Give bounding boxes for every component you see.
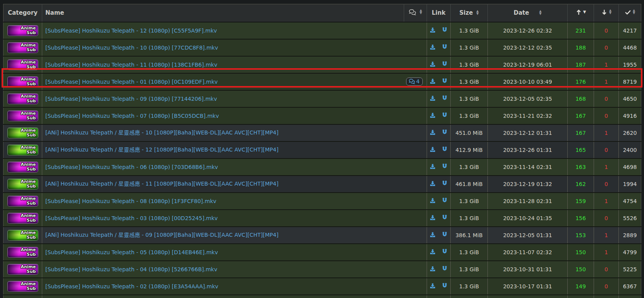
magnet-icon[interactable] xyxy=(441,231,448,238)
download-icon[interactable] xyxy=(429,78,436,84)
torrent-name-link[interactable]: [SubsPlease] Hoshikuzu Telepath - 09 (10… xyxy=(45,96,217,102)
date-cell: 2023-12-05 01:31 xyxy=(488,227,568,244)
header-comments[interactable]: ▲▼ xyxy=(404,4,427,22)
name-cell xyxy=(42,295,427,298)
link-cell xyxy=(427,193,451,210)
sort-both-icon: ▲▼ xyxy=(609,9,611,15)
category-badge[interactable]: AnimeSub xyxy=(7,110,38,121)
date-cell: 2023-11-28 02:31 xyxy=(488,193,568,210)
magnet-icon[interactable] xyxy=(441,27,448,33)
magnet-icon[interactable] xyxy=(441,146,448,153)
leechers-cell: 1 xyxy=(594,124,619,141)
category-cell: AnimeSub xyxy=(3,107,42,124)
category-badge[interactable]: AnimeSub xyxy=(7,42,38,53)
link-cell xyxy=(427,244,451,261)
category-badge[interactable]: AnimeSub xyxy=(7,25,38,36)
header-seeders[interactable]: ▼ xyxy=(568,4,594,22)
download-icon[interactable] xyxy=(429,146,436,153)
link-cell xyxy=(427,278,451,295)
download-icon[interactable] xyxy=(429,112,436,119)
category-badge-label: AnimeSub xyxy=(21,145,36,155)
torrent-name-link[interactable]: [SubsPlease] Hoshikuzu Telepath - 05 (10… xyxy=(45,249,218,255)
comments-badge[interactable]: 4 xyxy=(406,78,423,86)
torrent-name-link[interactable]: [ANi] Hoshikuzu Telepath / 星靈感應 - 11 [10… xyxy=(45,181,279,188)
download-icon[interactable] xyxy=(429,214,436,221)
torrent-name-link[interactable]: [ANi] Hoshikuzu Telepath / 星靈感應 - 09 [10… xyxy=(45,232,279,239)
download-icon[interactable] xyxy=(429,129,436,136)
category-badge[interactable]: AnimeSub xyxy=(7,230,38,241)
download-icon[interactable] xyxy=(429,163,436,170)
category-cell: AnimeSub xyxy=(3,278,42,295)
magnet-icon[interactable] xyxy=(441,95,448,102)
category-badge[interactable]: AnimeSub xyxy=(7,145,38,155)
torrent-name-link[interactable]: [SubsPlease] Hoshikuzu Telepath - 02 (10… xyxy=(45,283,218,289)
table-header: Category Name ▲▼ xyxy=(3,4,641,22)
category-badge-label: AnimeSub xyxy=(21,214,36,223)
magnet-icon[interactable] xyxy=(441,44,448,50)
magnet-icon[interactable] xyxy=(441,180,448,187)
category-badge[interactable]: AnimeSub xyxy=(7,93,38,104)
category-badge[interactable]: AnimeSub xyxy=(7,127,38,138)
category-badge[interactable]: AnimeSub xyxy=(7,213,38,224)
magnet-icon[interactable] xyxy=(441,78,448,84)
magnet-icon[interactable] xyxy=(441,197,448,204)
magnet-icon[interactable] xyxy=(441,265,448,272)
category-badge[interactable]: AnimeSub xyxy=(7,179,38,189)
header-date[interactable]: Date ▲▼ xyxy=(488,4,568,22)
download-icon[interactable] xyxy=(429,265,436,272)
magnet-icon[interactable] xyxy=(441,163,448,170)
torrent-name-link[interactable]: [SubsPlease] Hoshikuzu Telepath - 07 (10… xyxy=(45,113,219,119)
torrent-name-link[interactable]: [SubsPlease] Hoshikuzu Telepath - 03 (10… xyxy=(45,215,218,221)
category-badge[interactable]: AnimeSub xyxy=(7,196,38,207)
header-leechers[interactable]: ▲▼ xyxy=(594,4,619,22)
download-icon[interactable] xyxy=(429,61,436,67)
table-row: AnimeSub [SubsPlease] Hoshikuzu Telepath… xyxy=(3,210,641,227)
category-badge[interactable]: AnimeSub xyxy=(7,247,38,258)
date-cell: 2023-12-12 01:31 xyxy=(488,124,568,141)
header-size[interactable]: Size ▲▼ xyxy=(451,4,488,22)
torrent-name-link[interactable]: [SubsPlease] Hoshikuzu Telepath - 01 (10… xyxy=(45,79,218,85)
download-icon[interactable] xyxy=(429,282,436,289)
torrent-name-link[interactable]: [SubsPlease] Hoshikuzu Telepath - 04 (10… xyxy=(45,266,217,272)
torrent-name-link[interactable]: [SubsPlease] Hoshikuzu Telepath - 12 (10… xyxy=(45,28,217,34)
name-cell: [SubsPlease] Hoshikuzu Telepath - 04 (10… xyxy=(42,261,427,278)
download-icon[interactable] xyxy=(429,197,436,204)
torrent-name-link[interactable]: [SubsPlease] Hoshikuzu Telepath - 10 (10… xyxy=(45,45,218,51)
sort-both-icon: ▲▼ xyxy=(420,9,422,15)
category-badge[interactable]: AnimeSub xyxy=(7,162,38,172)
category-badge[interactable]: AnimeSub xyxy=(7,76,38,87)
category-badge[interactable]: AnimeSub xyxy=(7,281,38,292)
download-icon[interactable] xyxy=(429,180,436,187)
download-icon[interactable] xyxy=(429,95,436,102)
torrent-name-link[interactable]: [SubsPlease] Hoshikuzu Telepath - 06 (10… xyxy=(45,164,218,170)
leechers-cell: 0 xyxy=(594,278,619,295)
date-cell: 2023-10-10 03:49 xyxy=(488,73,568,90)
download-icon[interactable] xyxy=(429,231,436,238)
magnet-icon[interactable] xyxy=(441,248,448,255)
torrent-name-link[interactable]: [ANi] Hoshikuzu Telepath / 星靈感應 - 12 [10… xyxy=(45,146,279,153)
download-icon[interactable] xyxy=(429,44,436,50)
size-cell xyxy=(451,295,488,298)
header-completed[interactable]: ▲▼ xyxy=(619,4,641,22)
torrent-name-link[interactable]: [SubsPlease] Hoshikuzu Telepath - 08 (10… xyxy=(45,198,216,204)
category-badge-label: AnimeSub xyxy=(21,111,36,121)
table-row: AnimeSub [SubsPlease] Hoshikuzu Telepath… xyxy=(3,193,641,210)
magnet-icon[interactable] xyxy=(441,214,448,221)
download-icon[interactable] xyxy=(429,248,436,255)
torrent-name-link[interactable]: [SubsPlease] Hoshikuzu Telepath - 11 (10… xyxy=(45,62,217,68)
magnet-icon[interactable] xyxy=(441,129,448,136)
category-badge[interactable]: AnimeSub xyxy=(7,264,38,275)
torrent-name-link[interactable]: [ANi] Hoshikuzu Telepath / 星靈感應 - 10 [10… xyxy=(45,129,279,136)
seeders-cell: 156 xyxy=(568,210,594,227)
leechers-cell xyxy=(594,295,619,298)
category-badge-label: AnimeSub xyxy=(21,94,36,103)
table-row: AnimeSub [SubsPlease] Hoshikuzu Telepath… xyxy=(3,278,641,295)
table-row: AnimeSub [SubsPlease] Hoshikuzu Telepath… xyxy=(3,90,641,107)
magnet-icon[interactable] xyxy=(441,112,448,119)
magnet-icon[interactable] xyxy=(441,282,448,289)
category-badge-label: AnimeSub xyxy=(21,179,36,189)
category-badge[interactable]: AnimeSub xyxy=(7,59,38,70)
category-badge-label: AnimeSub xyxy=(21,77,36,86)
download-icon[interactable] xyxy=(429,27,436,33)
magnet-icon[interactable] xyxy=(441,61,448,67)
